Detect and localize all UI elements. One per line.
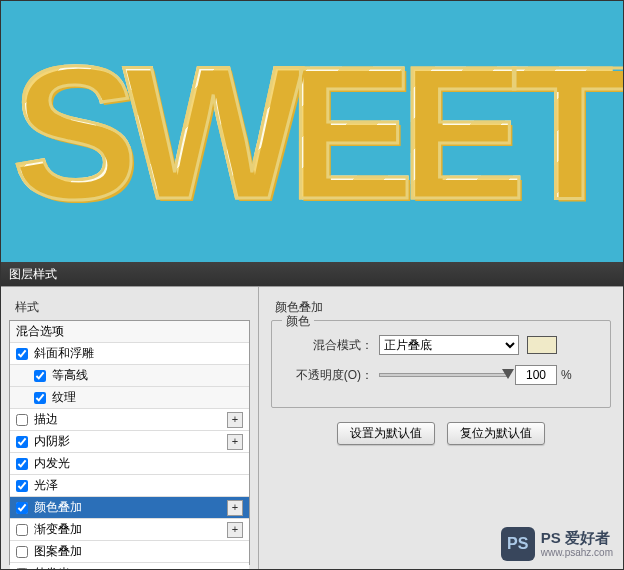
- set-default-button[interactable]: 设置为默认值: [337, 422, 435, 445]
- plus-icon[interactable]: +: [227, 500, 243, 516]
- style-row[interactable]: 内发光: [10, 453, 249, 475]
- dialog-title: 图层样式: [9, 267, 57, 281]
- opacity-slider[interactable]: [379, 373, 509, 377]
- style-checkbox[interactable]: [16, 502, 28, 514]
- slider-thumb-icon[interactable]: [502, 369, 514, 379]
- watermark-logo: PS: [501, 527, 535, 561]
- style-row[interactable]: 内阴影+: [10, 431, 249, 453]
- style-row[interactable]: 斜面和浮雕: [10, 343, 249, 365]
- preview-canvas: SWEET: [1, 1, 623, 262]
- style-label: 内阴影: [34, 433, 227, 450]
- color-fieldset: 颜色 混合模式： 正片叠底 不透明度(O)： %: [271, 320, 611, 408]
- style-checkbox[interactable]: [16, 348, 28, 360]
- style-row[interactable]: 纹理: [10, 387, 249, 409]
- opacity-row: 不透明度(O)： %: [284, 365, 598, 385]
- style-label: 等高线: [52, 367, 243, 384]
- style-label: 图案叠加: [34, 543, 243, 560]
- style-row[interactable]: 颜色叠加+: [10, 497, 249, 519]
- styles-list: 混合选项 斜面和浮雕等高线纹理描边+内阴影+内发光光泽颜色叠加+渐变叠加+图案叠…: [9, 320, 250, 565]
- style-checkbox[interactable]: [16, 524, 28, 536]
- style-label: 描边: [34, 411, 227, 428]
- style-row[interactable]: 等高线: [10, 365, 249, 387]
- opacity-label: 不透明度(O)：: [284, 367, 379, 384]
- style-label: 光泽: [34, 477, 243, 494]
- watermark-line2: www.psahz.com: [541, 547, 613, 559]
- style-label: 渐变叠加: [34, 521, 227, 538]
- reset-default-button[interactable]: 复位为默认值: [447, 422, 545, 445]
- style-checkbox[interactable]: [16, 414, 28, 426]
- watermark-text: PS 爱好者 www.psahz.com: [541, 529, 613, 559]
- opacity-input[interactable]: [515, 365, 557, 385]
- dialog-title-bar: 图层样式: [1, 262, 623, 286]
- styles-panel: 样式 混合选项 斜面和浮雕等高线纹理描边+内阴影+内发光光泽颜色叠加+渐变叠加+…: [1, 287, 259, 569]
- blend-mode-select[interactable]: 正片叠底: [379, 335, 519, 355]
- blend-mode-row: 混合模式： 正片叠底: [284, 335, 598, 355]
- style-row[interactable]: 图案叠加: [10, 541, 249, 563]
- style-label: 颜色叠加: [34, 499, 227, 516]
- opacity-unit: %: [561, 368, 572, 382]
- style-checkbox[interactable]: [16, 436, 28, 448]
- blend-options-label: 混合选项: [16, 323, 243, 340]
- style-checkbox[interactable]: [34, 370, 46, 382]
- styles-header: 样式: [9, 295, 250, 320]
- plus-icon[interactable]: +: [227, 434, 243, 450]
- style-row[interactable]: 渐变叠加+: [10, 519, 249, 541]
- style-checkbox[interactable]: [16, 480, 28, 492]
- style-row[interactable]: 光泽: [10, 475, 249, 497]
- style-label: 纹理: [52, 389, 243, 406]
- blend-mode-label: 混合模式：: [284, 337, 379, 354]
- blend-options-row[interactable]: 混合选项: [10, 321, 249, 343]
- style-row[interactable]: 外发光: [10, 563, 249, 570]
- fieldset-legend: 颜色: [282, 313, 314, 330]
- color-swatch[interactable]: [527, 336, 557, 354]
- style-checkbox[interactable]: [16, 546, 28, 558]
- style-checkbox[interactable]: [16, 458, 28, 470]
- default-buttons: 设置为默认值 复位为默认值: [271, 422, 611, 445]
- style-checkbox[interactable]: [34, 392, 46, 404]
- watermark: PS PS 爱好者 www.psahz.com: [501, 527, 613, 561]
- style-label: 内发光: [34, 455, 243, 472]
- plus-icon[interactable]: +: [227, 412, 243, 428]
- watermark-line1: PS 爱好者: [541, 529, 613, 547]
- preview-text: SWEET: [12, 23, 613, 241]
- options-title: 颜色叠加: [271, 299, 611, 316]
- style-label: 斜面和浮雕: [34, 345, 243, 362]
- style-row[interactable]: 描边+: [10, 409, 249, 431]
- plus-icon[interactable]: +: [227, 522, 243, 538]
- style-label: 外发光: [34, 565, 243, 570]
